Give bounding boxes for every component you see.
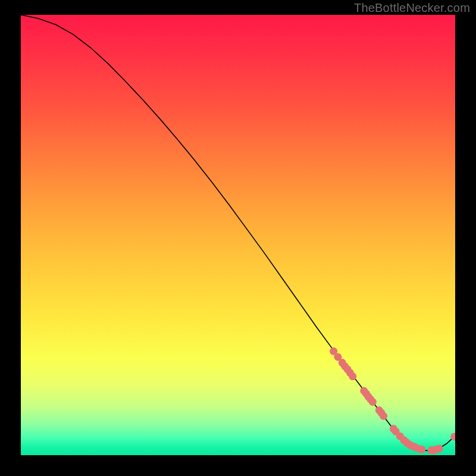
chart-svg [21,15,455,455]
plot-area [21,15,455,455]
chart-frame: TheBottleNecker.com [0,0,476,476]
data-point [349,372,356,380]
marker-group [330,347,455,455]
watermark-text: TheBottleNecker.com [354,1,470,15]
data-point [369,398,377,406]
data-point [380,412,387,420]
data-point [418,446,425,453]
data-point [435,444,443,452]
bottleneck-curve [21,15,455,451]
